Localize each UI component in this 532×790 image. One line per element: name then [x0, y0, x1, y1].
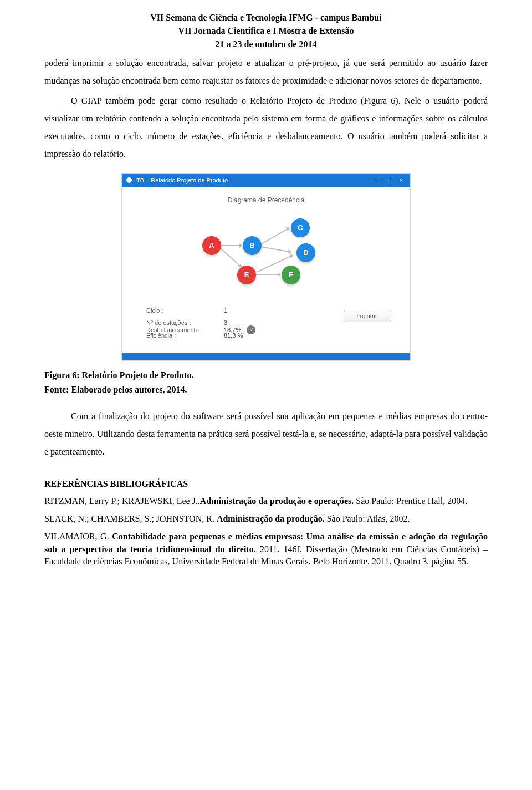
close-icon[interactable]: × — [397, 176, 406, 185]
edge-b-d — [260, 246, 291, 253]
print-button[interactable]: Imprimir — [344, 310, 391, 322]
node-c: C — [291, 218, 310, 237]
ref2-tail: São Paulo: Atlas, 2002. — [325, 514, 410, 523]
edge-a-e — [219, 247, 242, 267]
window-footer-bar — [122, 353, 410, 360]
node-d: D — [296, 243, 315, 262]
page-header: VII Semana de Ciência e Tecnologia IFMG … — [44, 11, 488, 51]
ref1-title: Administração da produção e operações. — [200, 496, 354, 506]
edge-b-c — [260, 227, 290, 245]
minimize-icon[interactable]: — — [375, 176, 383, 185]
paragraph-3: Com a finalização do projeto do software… — [44, 407, 488, 461]
stat-desbal-value: 18,7% — [224, 325, 241, 335]
stat-ciclo-label: Ciclo : — [146, 306, 224, 315]
reference-2: SLACK, N.; CHAMBERS, S.; JOHNSTON, R. Ad… — [44, 513, 488, 525]
paragraph-1: poderá imprimir a solução encontrada, sa… — [44, 54, 488, 90]
reference-3: VILAMAIOR, G. Contabilidade para pequena… — [44, 531, 488, 568]
ref2-authors: SLACK, N.; CHAMBERS, S.; JOHNSTON, R. — [44, 514, 217, 523]
ref1-tail: São Paulo: Prentice Hall, 2004. — [354, 496, 467, 506]
ref3-authors: VILAMAIOR, G. — [44, 532, 112, 541]
precedence-diagram: A B C D E F — [172, 213, 360, 296]
window-title: TB – Relatório Projeto de Produto — [136, 176, 228, 185]
node-b: B — [243, 236, 262, 255]
paragraph-2: O GIAP também pode gerar como resultado … — [44, 92, 488, 163]
stat-ciclo-value: 1 — [224, 306, 227, 315]
ref1-authors: RITZMAN, Larry P.; KRAJEWSKI, Lee J.. — [44, 496, 200, 506]
app-window: TB – Relatório Projeto de Produto — □ × … — [121, 173, 411, 361]
window-icon — [126, 177, 132, 183]
window-body: Diagrama de Precedência A B C D E F Cicl… — [122, 187, 410, 346]
header-line-2: VII Jornada Científica e I Mostra de Ext… — [44, 24, 488, 38]
node-a: A — [202, 236, 221, 255]
figure-caption-line2: Fonte: Elaborado pelos autores, 2014. — [44, 383, 488, 396]
ref2-title: Administração da produção. — [217, 514, 325, 523]
stats-block: Ciclo : 1 Nº de estações : 3 Eficiência … — [130, 306, 402, 335]
edge-a-b — [220, 245, 242, 246]
help-icon[interactable]: ? — [247, 325, 255, 334]
header-line-3: 21 a 23 de outubro de 2014 — [44, 38, 488, 51]
edge-e-f — [255, 274, 280, 275]
header-line-1: VII Semana de Ciência e Tecnologia IFMG … — [44, 11, 488, 24]
node-e: E — [237, 266, 256, 284]
references-heading: REFERÊNCIAS BIBLIOGRÁFICAS — [44, 477, 488, 491]
stat-desbal-label: Desbalanceamento : — [146, 325, 224, 335]
maximize-icon[interactable]: □ — [386, 176, 395, 185]
figure-6-container: TB – Relatório Projeto de Produto — □ × … — [44, 173, 488, 361]
stat-desbalanceamento: Desbalanceamento : 18,7% ? — [146, 325, 402, 335]
window-titlebar: TB – Relatório Projeto de Produto — □ × — [122, 174, 410, 187]
node-f: F — [282, 266, 300, 284]
figure-caption-line1: Figura 6: Relatório Projeto de Produto. — [44, 369, 488, 382]
diagram-title: Diagrama de Precedência — [130, 195, 402, 205]
reference-1: RITZMAN, Larry P.; KRAJEWSKI, Lee J..Adm… — [44, 495, 488, 507]
